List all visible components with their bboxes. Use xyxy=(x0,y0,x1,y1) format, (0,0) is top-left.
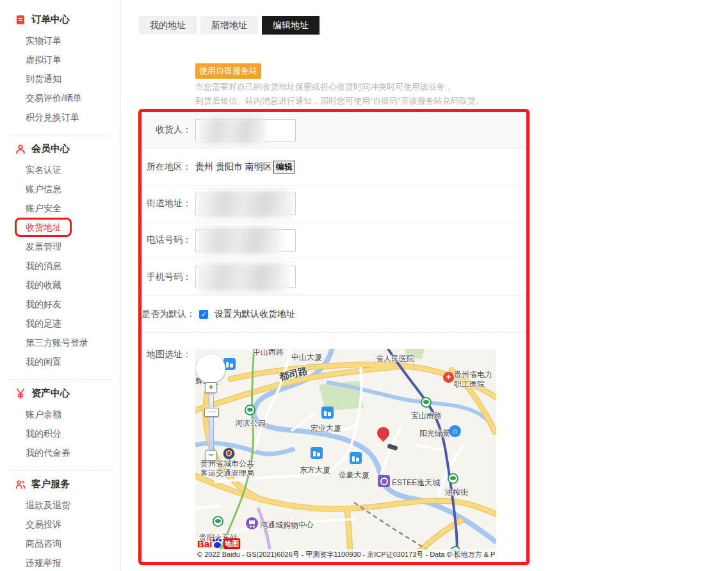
metro-station-icon xyxy=(448,473,458,484)
street-row: 街道地址： xyxy=(142,186,526,222)
sidebar-item-my-vouchers[interactable]: 我的代金券 xyxy=(15,443,120,462)
sidebar-section-member: 会员中心 xyxy=(15,143,120,155)
phone-row: 电话号码： xyxy=(142,222,526,259)
sidebar-item-my-messages[interactable]: 我的消息 xyxy=(15,256,120,275)
redacted-value xyxy=(198,118,266,143)
annotation-box-sidebar: 收货地址 xyxy=(15,218,72,237)
phone-input[interactable] xyxy=(195,229,296,252)
member-icon xyxy=(15,144,26,154)
sidebar-item-my-friends[interactable]: 我的好友 xyxy=(15,294,120,314)
map-label-building: 宏业大厦 xyxy=(311,423,341,434)
sidebar-item-invoices[interactable]: 发票管理 xyxy=(15,237,120,256)
asset-icon xyxy=(15,389,26,399)
zoom-slider-handle[interactable] xyxy=(204,408,219,417)
street-label: 街道地址： xyxy=(142,198,191,209)
sidebar-item-physical-orders[interactable]: 实物订单 xyxy=(15,31,120,50)
pan-up-icon[interactable] xyxy=(207,357,214,364)
sidebar-item-third-party-login[interactable]: 第三方账号登录 xyxy=(15,333,120,352)
map-label-building: 金豪大厦 xyxy=(339,470,369,481)
default-row: 是否为默认： ✓ 设置为默认收货地址 xyxy=(142,296,526,333)
sidebar-item-reviews[interactable]: 交易评价/晒单 xyxy=(15,88,120,108)
mobile-row: 手机号码： xyxy=(142,259,526,296)
address-tabs: 我的地址 新增地址 编辑地址 xyxy=(139,16,320,35)
sidebar-item-report-violation[interactable]: 违规举报 xyxy=(15,553,120,571)
sidebar-item-my-points[interactable]: 我的积分 xyxy=(15,424,120,443)
sidebar-item-virtual-orders[interactable]: 虚拟订单 xyxy=(15,50,120,69)
zoom-in-button[interactable]: + xyxy=(205,382,217,393)
sidebar-section-service: 客户服务 xyxy=(15,478,120,490)
baidu-logo: Bai 地图 xyxy=(197,538,240,549)
map-label-road: 宝山南路 xyxy=(411,410,442,421)
baidu-paw-icon xyxy=(213,539,222,549)
baidu-map[interactable]: 中山西路 中山大厦 省人民医院 都司路 辉大厦 贵州省电力 职工医院 宝山南路 … xyxy=(195,349,496,560)
redacted-value xyxy=(197,191,293,218)
zoom-out-button[interactable]: − xyxy=(205,450,217,461)
service-icon xyxy=(15,479,26,490)
building-marker-icon xyxy=(350,452,362,464)
sidebar-section-orders: 订单中心 xyxy=(15,13,120,26)
sidebar: 订单中心 实物订单 虚拟订单 到货通知 交易评价/晒单 积分兑换订单 会员中心 … xyxy=(0,0,121,571)
sidebar-item-product-inquiry[interactable]: 商品咨询 xyxy=(15,534,120,553)
map-label: 地图选址： xyxy=(142,349,191,360)
pan-down-icon[interactable] xyxy=(207,374,214,380)
map-label-mall: 鸿通城购物中心 xyxy=(260,520,314,531)
pickup-desc-line1: 当您需要对自己的收货地址保密或担心收货时间冲突时可使用该业务， xyxy=(195,80,484,94)
tab-add-address[interactable]: 新增地址 xyxy=(200,16,258,35)
pan-right-icon[interactable] xyxy=(216,366,222,372)
sidebar-item-arrival-notice[interactable]: 到货通知 xyxy=(15,69,120,88)
metro-station-icon xyxy=(245,405,255,415)
map-label-road: 油榨街 xyxy=(445,487,468,498)
sidebar-item-complaints[interactable]: 交易投诉 xyxy=(15,515,120,534)
region-label: 所在地区： xyxy=(142,161,191,173)
sidebar-item-my-favorites[interactable]: 我的收藏 xyxy=(15,275,120,294)
map-label-park: 河滨公园 xyxy=(235,418,266,429)
map-label-building: 东方大厦 xyxy=(300,465,330,476)
sidebar-item-account-balance[interactable]: 账户余额 xyxy=(15,405,120,424)
default-checkbox[interactable]: ✓ xyxy=(199,310,208,319)
mobile-label: 手机号码： xyxy=(142,271,191,283)
sidebar-item-my-idle[interactable]: 我的闲置 xyxy=(15,352,120,371)
region-value: 贵州 贵阳市 南明区 xyxy=(195,161,272,173)
building-marker-icon xyxy=(311,447,323,459)
sidebar-item-account-security[interactable]: 账户安全 xyxy=(15,198,120,218)
mobile-input[interactable] xyxy=(195,266,296,288)
tab-edit-address[interactable]: 编辑地址 xyxy=(262,16,320,35)
sidebar-item-refunds[interactable]: 退款及退货 xyxy=(15,495,120,515)
map-label-agency: 贵州省城市公共 客运交通管理局 xyxy=(200,459,254,478)
metro-station-icon xyxy=(213,516,223,527)
page: 订单中心 实物订单 虚拟订单 到货通知 交易评价/晒单 积分兑换订单 会员中心 … xyxy=(0,0,728,571)
map-label-building: 阳光绿景 xyxy=(419,428,450,439)
map-label-hospital: 贵州省电力 职工医院 xyxy=(454,370,492,389)
pickup-desc-line2: 到货后短信、站内消息进行通知，届时您可使用“自提码”至该服务站兑码取货。 xyxy=(195,94,484,108)
baidu-logo-text: Bai xyxy=(197,538,212,549)
street-input[interactable] xyxy=(195,193,296,215)
government-emblem-icon xyxy=(223,447,235,460)
sidebar-item-account-info[interactable]: 账户信息 xyxy=(15,179,120,198)
sidebar-item-my-footprints[interactable]: 我的足迹 xyxy=(15,314,120,333)
map-row: 地图选址： xyxy=(142,333,526,560)
sidebar-item-points-orders[interactable]: 积分兑换订单 xyxy=(15,108,120,127)
sidebar-item-shipping-address[interactable]: 收货地址 xyxy=(15,218,120,237)
metro-station-icon xyxy=(421,397,432,408)
map-pan-control[interactable] xyxy=(196,354,225,383)
residence-marker-icon: ⌂ xyxy=(449,425,461,437)
map-label-hospital: 省人民医院 xyxy=(376,353,414,364)
map-label-road: 中山西路 xyxy=(253,349,284,358)
sidebar-item-real-name[interactable]: 实名认证 xyxy=(15,160,120,179)
hospital-icon: + xyxy=(443,372,454,383)
building-marker-icon xyxy=(321,406,334,419)
default-label: 是否为默认： xyxy=(142,309,191,320)
use-pickup-station-button[interactable]: 使用自提服务站 xyxy=(195,63,261,79)
section-title: 资产中心 xyxy=(31,387,70,399)
section-title: 客户服务 xyxy=(31,478,70,490)
region-edit-button[interactable]: 编辑 xyxy=(273,161,295,173)
zoom-slider-track[interactable] xyxy=(209,394,214,451)
sidebar-divider xyxy=(8,379,111,380)
recipient-input[interactable] xyxy=(195,119,296,141)
section-title: 订单中心 xyxy=(31,13,70,26)
pickup-description: 当您需要对自己的收货地址保密或担心收货时间冲突时可使用该业务， 到货后短信、站内… xyxy=(195,80,484,108)
pan-left-icon[interactable] xyxy=(199,366,206,372)
baidu-map-badge: 地图 xyxy=(223,538,240,549)
tab-my-address[interactable]: 我的地址 xyxy=(139,16,197,35)
map-copyright: © 2022 Baidu - GS(2021)6026号 - 甲测资字11009… xyxy=(195,549,496,560)
